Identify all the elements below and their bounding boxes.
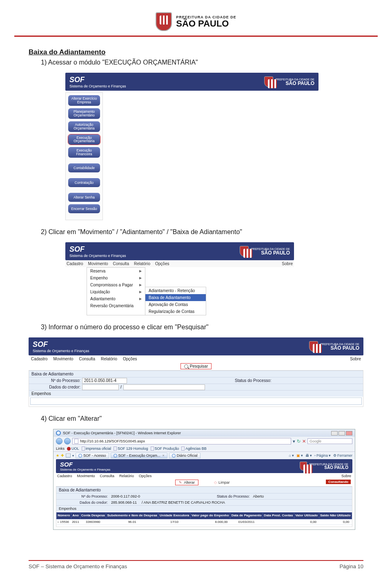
limpar-button[interactable]: ◇ Limpar <box>211 480 233 485</box>
menuitem-retencao[interactable]: Adiantamento - Retenção <box>145 287 206 294</box>
menu-sobre[interactable]: Sobre <box>350 357 361 361</box>
home-button[interactable]: ⌂ ▾ <box>289 453 294 458</box>
menu-relatorio[interactable]: Relatório <box>134 261 150 266</box>
module-contabilidade[interactable]: Contabilidade <box>68 163 100 172</box>
menuitem-reserva[interactable]: Reserva▶ <box>87 268 145 275</box>
menuitem-aprovacao-contas[interactable]: Aprovação de Contas <box>145 301 206 308</box>
menu-movimento[interactable]: Movimento <box>53 357 74 361</box>
address-bar[interactable]: http://10.10.66.129/SOF/SSG0045.aspx <box>72 438 291 444</box>
menu-movimento[interactable]: Movimento <box>77 474 95 478</box>
menu-relatorio[interactable]: Relatório <box>101 357 117 361</box>
module-execucao-orcamentaria[interactable]: Execução Orçamentária <box>68 134 100 145</box>
sof-title: SOF <box>69 245 126 254</box>
favlink-sofprod[interactable]: SOF Produção <box>151 447 179 451</box>
input-nprocesso[interactable]: 2011-0.050.081-4 <box>82 378 127 384</box>
menuitem-liquidacao[interactable]: Liquidação▶ <box>87 288 145 295</box>
module-encerrar-sessao[interactable]: Encerrar Sessão <box>68 204 100 213</box>
screenshot-ie-alterar: SOF - Execução Orçamentária - [SFN024C] … <box>53 426 363 535</box>
favorites-star-icon[interactable]: ★ <box>56 453 59 458</box>
input-credor-nome[interactable] <box>123 384 205 390</box>
favlink-agencias[interactable]: Agências BB <box>181 447 207 451</box>
menu-relatorio[interactable]: Relatório <box>119 474 134 478</box>
tools-menu-button[interactable]: ⚙ Ferramer <box>333 453 352 458</box>
module-planejamento[interactable]: Planejamento Orçamentário <box>68 108 100 119</box>
module-alterar-exercicio[interactable]: Alterar Exercício Empresa <box>68 95 100 106</box>
page-menu-button[interactable]: ▫ Página ▾ <box>314 453 331 458</box>
refresh-icon[interactable]: ↻ <box>297 439 301 444</box>
label-nprocesso: Nº do Processo: <box>56 493 109 499</box>
feeds-button[interactable]: ▣ ▾ <box>296 453 303 458</box>
th-valor-pago: Valor pago do Empenho <box>190 513 230 519</box>
tab-sof-execucao[interactable]: SOF - Execução Orçam...× <box>111 453 167 458</box>
pesquisar-button[interactable]: Pesquisar <box>180 363 212 369</box>
brand-big: SÃO PAULO <box>251 250 290 255</box>
search-icon <box>184 364 188 368</box>
menu-consulta[interactable]: Consulta <box>113 261 129 266</box>
menu-consulta[interactable]: Consulta <box>79 357 95 361</box>
favlink-imprensa[interactable]: imprensa oficial <box>82 447 111 451</box>
menu-opcoes[interactable]: Opções <box>155 261 169 266</box>
table-row[interactable]: 15536 2011 33903980 96.01 17/10 8.000,00… <box>57 519 352 525</box>
brand-big: SÃO PAULO <box>276 81 314 86</box>
menu-sobre[interactable]: Sobre <box>282 261 293 266</box>
forward-button[interactable] <box>64 438 71 444</box>
sof-banner: SOF Sistema de Orçamento e Finanças PREF… <box>65 242 294 260</box>
favlink-sof129[interactable]: SOF 129 Homolog <box>114 447 148 451</box>
tab-grid-icon[interactable] <box>66 453 71 458</box>
menuitem-baixa-adiantamento[interactable]: Baixa de Adiantamento <box>145 294 206 301</box>
label-status: Status do Processo: <box>233 377 273 384</box>
minimize-button[interactable] <box>331 431 338 435</box>
page-footer: SOF – Sistema de Orçamento e Finanças Pá… <box>29 560 363 569</box>
menubar: Cadastro Movimento Consulta Relatório Op… <box>29 355 363 362</box>
brand-big: SÃO PAULO <box>310 466 348 470</box>
menuitem-reversao[interactable]: Reversão Orçamentária <box>87 302 145 309</box>
back-button[interactable] <box>56 438 62 444</box>
module-execucao-financeira[interactable]: Execução Financeira <box>68 147 100 158</box>
label-status: Status do Processo: <box>215 493 252 499</box>
input-credor-num[interactable] <box>82 384 119 390</box>
th-valor-util: Valor Utilizado <box>294 513 319 519</box>
module-alterar-senha[interactable]: Alterar Senha <box>68 193 100 202</box>
dropdown-movimento: Reserva▶ Empenho▶ Compromissos a Pagar▶ … <box>87 267 145 315</box>
menuitem-compromissos[interactable]: Compromissos a Pagar▶ <box>87 281 145 288</box>
tab-sof-acesso[interactable]: SOF - Acesso <box>76 453 109 458</box>
menuitem-adiantamento[interactable]: Adiantamento▶ <box>87 295 145 302</box>
sof-subtitle: Sistema de Orçamento e Finanças <box>33 349 89 353</box>
th-subel: Subelemento e Item de Despesa <box>106 513 158 519</box>
step-1: 1) Acessar o módulo "EXECUÇÃO ORÇAMENTÁR… <box>41 59 363 66</box>
empenhos-header: Empenhos <box>29 390 363 397</box>
menu-cadastro[interactable]: Cadastro <box>57 474 72 478</box>
maximize-button[interactable] <box>339 431 345 435</box>
alterar-button[interactable]: ✎ Alterar <box>175 480 198 485</box>
menu-opcoes[interactable]: Opções <box>123 357 137 361</box>
menu-sobre[interactable]: Sobre <box>341 474 351 478</box>
th-data-prest: Data Prest. Contas <box>263 513 294 519</box>
close-button[interactable] <box>346 431 352 435</box>
stop-icon[interactable]: ✕ <box>302 439 306 444</box>
menu-cadastro[interactable]: Cadastro <box>31 357 48 361</box>
ie-window-title: SOF - Execução Orçamentária - [SFN024C] … <box>63 431 181 435</box>
page-icon <box>114 447 117 451</box>
close-tab-icon[interactable]: × <box>163 453 165 458</box>
tab-diario-oficial[interactable]: Diário Oficial <box>169 453 200 458</box>
menu-opcoes[interactable]: Opções <box>139 474 151 478</box>
favlink-uol[interactable]: UOL <box>67 447 79 451</box>
menu-cadastro[interactable]: Cadastro <box>67 261 83 266</box>
form-title: Baixa de Adiantamento <box>56 487 352 493</box>
footer-left: SOF – Sistema de Orçamento e Finanças <box>29 563 127 569</box>
credor-separator: / <box>119 385 123 389</box>
menuitem-regularizacao-contas[interactable]: Regularização de Contas <box>145 308 206 315</box>
step-3: 3) Informar o número do processo e clica… <box>41 324 363 331</box>
screenshot-menu-dropdown: SOF Sistema de Orçamento e Finanças PREF… <box>65 240 363 321</box>
menu-consulta[interactable]: Consulta <box>100 474 115 478</box>
sof-title: SOF <box>60 461 110 468</box>
search-box[interactable]: Google <box>307 438 352 444</box>
module-contratacao[interactable]: Contratação <box>68 178 100 187</box>
module-autorizacao[interactable]: Autorização Orçamentária <box>68 121 100 132</box>
sof-subtitle: Sistema de Orçamento e Finanças <box>69 254 126 258</box>
value-nprocesso: 2008-0.117.092-0 <box>109 494 142 498</box>
add-favorite-icon[interactable]: ✚ <box>61 453 64 458</box>
menu-movimento[interactable]: Movimento <box>88 261 108 266</box>
menuitem-empenho[interactable]: Empenho▶ <box>87 275 145 281</box>
print-button[interactable]: 🖶 ▾ <box>305 453 312 458</box>
